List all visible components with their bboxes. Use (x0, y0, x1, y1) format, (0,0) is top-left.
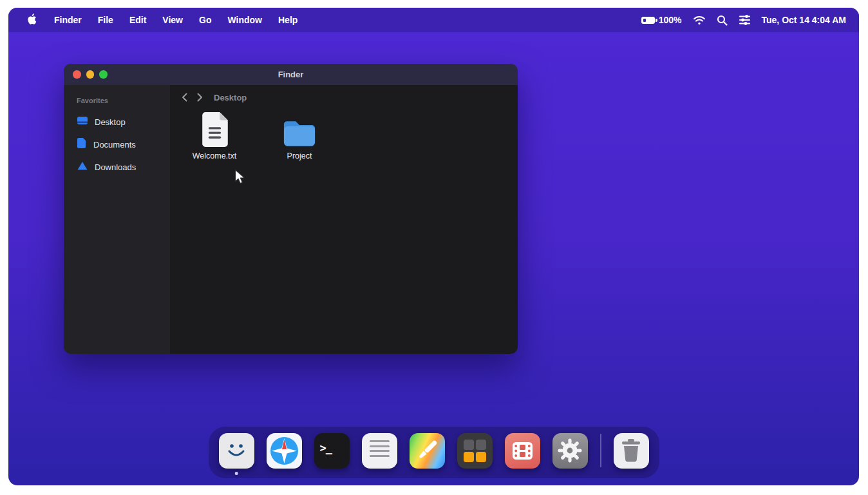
dock-settings[interactable] (552, 433, 588, 469)
videos-app-icon (505, 433, 540, 469)
menu-item-window[interactable]: Window (227, 15, 262, 25)
file-name: Welcome.txt (193, 151, 237, 160)
dock-launchpad[interactable] (457, 433, 493, 469)
back-button[interactable] (179, 92, 189, 102)
text-file-icon (200, 110, 229, 148)
apple-logo-icon (28, 13, 38, 27)
desktop: Finder File Edit View Go Window Help 100… (8, 8, 859, 485)
control-center-icon[interactable] (739, 15, 751, 25)
menu-item-go[interactable]: Go (199, 15, 211, 25)
file-welcome-txt[interactable]: Welcome.txt (185, 110, 243, 160)
finder-window: Finder Favorites Desktop (64, 64, 518, 354)
launchpad-app-icon (457, 433, 493, 469)
sidebar-item-label: Documents (93, 140, 136, 150)
window-titlebar[interactable]: Finder (64, 64, 518, 85)
sidebar-item-downloads[interactable]: Downloads (64, 156, 170, 178)
window-title: Finder (64, 70, 518, 79)
dock-paint[interactable] (410, 433, 445, 469)
dock-trash[interactable] (614, 433, 649, 469)
dock-terminal[interactable]: >_ (314, 433, 350, 469)
finder-toolbar: Desktop (170, 85, 518, 106)
menu-item-file[interactable]: File (98, 15, 113, 25)
dock: >_ (209, 427, 659, 478)
running-indicator (235, 472, 238, 475)
sidebar-item-documents[interactable]: Documents (64, 133, 170, 156)
menu-item-edit[interactable]: Edit (129, 15, 146, 25)
sidebar-section-label: Favorites (77, 97, 170, 104)
battery-percent: 100% (659, 15, 682, 25)
folder-icon (282, 110, 317, 148)
file-name: Project (287, 151, 312, 160)
settings-app-icon (552, 433, 588, 469)
notes-app-icon (362, 433, 397, 469)
dock-separator (600, 434, 601, 467)
close-button[interactable] (73, 70, 81, 79)
dock-finder[interactable] (219, 433, 254, 469)
downloads-icon (77, 160, 88, 173)
search-icon[interactable] (717, 15, 728, 26)
safari-app-icon (267, 433, 302, 469)
file-grid: Welcome.txt Project (170, 106, 518, 160)
battery-icon (641, 17, 655, 24)
battery-status[interactable]: 100% (641, 15, 682, 25)
menu-bar-clock[interactable]: Tue, Oct 14 4:04 AM (762, 15, 846, 25)
menu-bar: Finder File Edit View Go Window Help 100… (8, 8, 859, 32)
terminal-prompt-glyph: >_ (320, 442, 332, 454)
sidebar-item-desktop[interactable]: Desktop (64, 111, 170, 133)
zoom-button[interactable] (99, 70, 108, 79)
apple-menu[interactable] (28, 13, 38, 27)
terminal-app-icon: >_ (314, 433, 350, 469)
dock-videos[interactable] (505, 433, 540, 469)
trash-icon (614, 433, 649, 469)
sidebar-item-label: Desktop (95, 117, 126, 127)
menu-item-finder[interactable]: Finder (54, 15, 82, 25)
documents-icon (77, 137, 87, 151)
menu-item-help[interactable]: Help (278, 15, 297, 25)
menu-item-view[interactable]: View (162, 15, 183, 25)
location-label: Desktop (214, 93, 247, 102)
minimize-button[interactable] (86, 70, 95, 79)
finder-content: Desktop Welcome.tx (170, 85, 518, 354)
dock-notes[interactable] (362, 433, 397, 469)
finder-app-icon (219, 433, 254, 469)
folder-project[interactable]: Project (270, 110, 328, 160)
forward-button[interactable] (194, 92, 205, 102)
finder-sidebar: Favorites Desktop (64, 85, 170, 354)
wifi-icon[interactable] (693, 15, 706, 25)
dock-safari[interactable] (267, 433, 302, 469)
paint-app-icon (410, 433, 445, 469)
desktop-icon (77, 115, 88, 128)
sidebar-item-label: Downloads (95, 162, 136, 172)
